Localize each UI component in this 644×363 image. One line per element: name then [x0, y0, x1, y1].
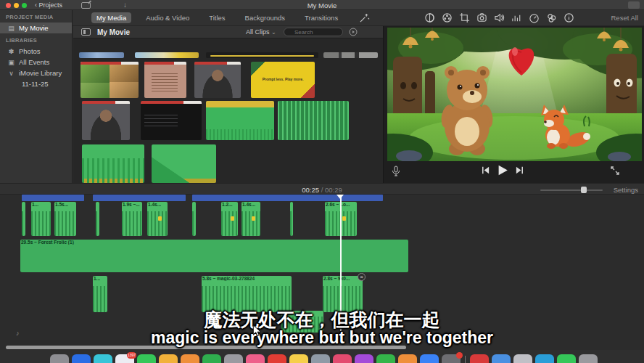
dock-icon[interactable] [420, 354, 439, 363]
media-thumbnail-person[interactable] [194, 62, 241, 98]
tab-transitions[interactable]: Transitions [300, 12, 343, 23]
playhead-handle[interactable] [337, 195, 344, 199]
media-thumbnail-strip-gray[interactable] [323, 52, 378, 58]
dock-icon[interactable] [181, 354, 199, 363]
media-thumbnail-wave-hills[interactable] [82, 144, 144, 183]
dock-icon[interactable] [355, 354, 373, 363]
tab-my-media[interactable]: My Media [91, 12, 131, 23]
sidebar-item-all-events[interactable]: ▣All Events [0, 57, 72, 68]
timeline-clip[interactable] [22, 202, 25, 236]
timeline-clip[interactable]: 1.9s ~... [122, 202, 142, 236]
volume-icon[interactable] [494, 12, 505, 23]
tab-strip: My MediaAudio & VideoTitlesBackgroundsTr… [0, 10, 644, 26]
timeline-clip[interactable]: 5.8s ~ magic-03-278824 [202, 276, 292, 312]
titlebar-widget[interactable] [628, 1, 640, 9]
timeline-zoom-thumb[interactable] [581, 187, 587, 193]
stabilization-icon[interactable] [476, 12, 487, 23]
browser-title: My Movie [97, 28, 130, 36]
dock-icon[interactable] [289, 354, 308, 363]
all-clips-filter[interactable]: All Clips ⌄ [246, 28, 276, 36]
dock-icon[interactable] [557, 354, 576, 363]
timeline-clip[interactable] [290, 202, 293, 236]
reset-all-button[interactable]: Reset All [611, 14, 639, 22]
timeline-title-bar[interactable] [93, 195, 186, 201]
dock-icon[interactable] [159, 354, 178, 363]
timeline-toolbar: 00:25 / 00:29 Settings [0, 183, 644, 195]
dock-icon[interactable] [137, 354, 156, 363]
media-thumbnail-person[interactable] [82, 101, 130, 140]
dock-icon[interactable] [398, 354, 417, 363]
project-media-header: PROJECT MEDIA [0, 10, 72, 23]
timeline-clip[interactable] [96, 202, 99, 236]
dock-icon[interactable] [376, 354, 395, 363]
dock-icon[interactable] [50, 354, 69, 363]
media-thumbnail-strip-blue[interactable] [79, 52, 124, 58]
media-thumbnail-code-dark[interactable] [141, 101, 202, 140]
dock-icon[interactable] [535, 354, 554, 363]
media-thumbnail-photo-grid[interactable] [80, 62, 139, 98]
timeline-title-bar[interactable] [192, 195, 383, 201]
timeline-clip[interactable] [192, 202, 196, 236]
tab-backgrounds[interactable]: Backgrounds [240, 12, 290, 23]
dock-icon[interactable] [333, 354, 352, 363]
tab-titles[interactable]: Titles [204, 12, 230, 23]
skip-forward-button[interactable] [515, 166, 524, 175]
dock-icon[interactable] [311, 354, 330, 363]
libraries-header: LIBRARIES [0, 33, 72, 46]
timeline-settings-button[interactable]: Settings [614, 186, 638, 194]
media-thumbnail-wave-decay[interactable] [152, 144, 216, 183]
dock-icon[interactable] [268, 354, 286, 363]
crop-icon[interactable] [459, 12, 470, 23]
timeline-clip[interactable]: 2.8s ~ 9x0...× [323, 276, 363, 312]
voiceover-mic-icon[interactable] [391, 166, 401, 177]
color-balance-icon[interactable] [424, 12, 435, 23]
media-thumbnail-wave-goldtop[interactable] [206, 101, 274, 140]
dock-icon[interactable] [579, 354, 598, 363]
dock-icon[interactable] [492, 354, 511, 363]
fullscreen-icon[interactable] [610, 166, 620, 176]
subtitle-line-english: magic is everywhere but but we're togeth… [0, 328, 644, 348]
media-thumbnail-wave-spiky[interactable] [278, 101, 349, 140]
clip-info-icon[interactable] [564, 12, 574, 23]
dock-icon[interactable] [442, 354, 461, 363]
timeline-clip[interactable]: 29.5s ~ Forest Frolic (1) [20, 240, 408, 272]
effects-icon[interactable] [546, 12, 557, 23]
sidebar-item-photos[interactable]: ✽Photos [0, 46, 72, 57]
dock-icon[interactable] [202, 354, 221, 363]
sidebar-item-imovie-library[interactable]: ∨iMovie Library [0, 68, 72, 78]
color-correction-icon[interactable] [442, 12, 453, 23]
dock-icon[interactable] [246, 354, 265, 363]
speed-icon[interactable] [529, 12, 540, 23]
timeline-zoom-slider[interactable] [540, 189, 603, 191]
skip-back-button[interactable] [481, 166, 490, 175]
chevron-icon: ∨ [7, 70, 15, 77]
dock-icon[interactable] [224, 354, 243, 363]
media-thumbnail-slide-yellow[interactable]: Prompt less. Play more. [251, 62, 315, 98]
timeline-clip[interactable]: 1.4s... [242, 202, 260, 236]
dock-icon[interactable] [94, 354, 112, 363]
dock-icon[interactable]: 1397 [115, 354, 134, 363]
search-input[interactable] [284, 28, 343, 36]
dock-icon[interactable] [72, 354, 91, 363]
sidebar-item-my-movie[interactable]: ▤My Movie [0, 23, 72, 33]
media-thumbnail-strip-bluegold[interactable] [135, 52, 199, 58]
notification-badge [456, 352, 463, 359]
source-menu-icon[interactable] [349, 28, 358, 36]
dock-icon[interactable] [513, 354, 532, 363]
timeline-title-bar[interactable] [22, 195, 84, 201]
sidebar-item-11-11-25[interactable]: 11-11-25 [0, 78, 72, 89]
sidebar-toggle-icon[interactable] [81, 28, 91, 36]
noise-reduction-icon[interactable] [511, 12, 522, 23]
timeline-clip[interactable]: 1... [93, 276, 107, 312]
timeline-clip[interactable]: 1.4s... [147, 202, 168, 236]
dock-icon[interactable] [470, 354, 489, 363]
enhance-wand-icon[interactable] [359, 12, 370, 23]
timeline-clip[interactable]: 1.2... [221, 202, 238, 236]
timeline-clip[interactable]: 1... [31, 202, 51, 236]
tab-audio-video[interactable]: Audio & Video [141, 12, 194, 23]
remove-clip-button[interactable]: × [358, 273, 366, 281]
play-button[interactable] [496, 164, 508, 176]
media-thumbnail-document[interactable] [144, 62, 186, 98]
timeline-clip[interactable]: 1.5s... [54, 202, 76, 236]
media-thumbnail-strip-wave[interactable] [206, 52, 318, 58]
